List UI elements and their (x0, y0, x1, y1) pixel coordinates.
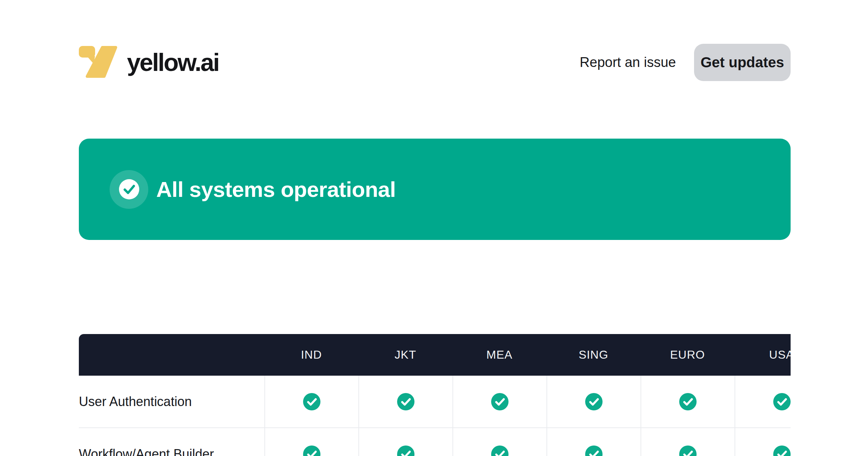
status-cell (546, 428, 641, 456)
status-cell (358, 376, 452, 428)
service-name-cell: User Authentication (79, 376, 264, 428)
status-table: INDJKTMEASINGEUROUSA User Authentication… (79, 334, 791, 456)
region-header: EURO (641, 334, 735, 376)
operational-check-icon (585, 446, 603, 456)
brand-logo: yellow.ai (79, 46, 219, 79)
status-cell (452, 376, 546, 428)
status-cell (358, 428, 452, 456)
status-table-body: User AuthenticationWorkflow/Agent Builde… (79, 376, 791, 456)
service-row: User Authentication (79, 376, 791, 428)
status-cell (641, 428, 735, 456)
status-halo (110, 170, 148, 209)
corner-header-cell (79, 334, 264, 376)
status-table-viewport[interactable]: INDJKTMEASINGEUROUSA User Authentication… (79, 334, 791, 456)
operational-check-icon (303, 393, 320, 410)
status-cell (735, 376, 791, 428)
operational-check-icon (679, 393, 697, 410)
operational-check-icon (773, 393, 791, 410)
status-check-icon (119, 179, 139, 199)
operational-check-icon (303, 446, 320, 456)
status-cell (546, 376, 641, 428)
page: { "header": { "logo_text": "yellow.ai", … (0, 0, 868, 456)
banner-title: All systems operational (156, 177, 396, 202)
region-header: JKT (358, 334, 452, 376)
yellowai-logo-icon (79, 46, 118, 79)
report-issue-link[interactable]: Report an issue (580, 55, 676, 70)
status-cell (641, 376, 735, 428)
operational-check-icon (679, 446, 697, 456)
operational-check-icon (585, 393, 603, 410)
operational-check-icon (491, 446, 509, 456)
region-header: USA (735, 334, 791, 376)
status-cell (452, 428, 546, 456)
status-cell (264, 428, 358, 456)
topbar: yellow.ai Report an issue Get updates (79, 43, 791, 81)
service-name-cell: Workflow/Agent Builder (79, 428, 264, 456)
region-header: IND (264, 334, 358, 376)
status-table-head-row: INDJKTMEASINGEUROUSA (79, 334, 791, 376)
get-updates-button[interactable]: Get updates (694, 44, 791, 81)
region-header: SING (546, 334, 641, 376)
operational-check-icon (491, 393, 509, 410)
operational-check-icon (773, 446, 791, 456)
operational-check-icon (397, 393, 414, 410)
region-header: MEA (452, 334, 546, 376)
operational-check-icon (397, 446, 414, 456)
status-banner: All systems operational (79, 139, 791, 240)
status-cell (735, 428, 791, 456)
service-row: Workflow/Agent Builder (79, 428, 791, 456)
logo-text: yellow.ai (127, 48, 219, 76)
status-cell (264, 376, 358, 428)
topbar-actions: Report an issue Get updates (580, 44, 791, 81)
